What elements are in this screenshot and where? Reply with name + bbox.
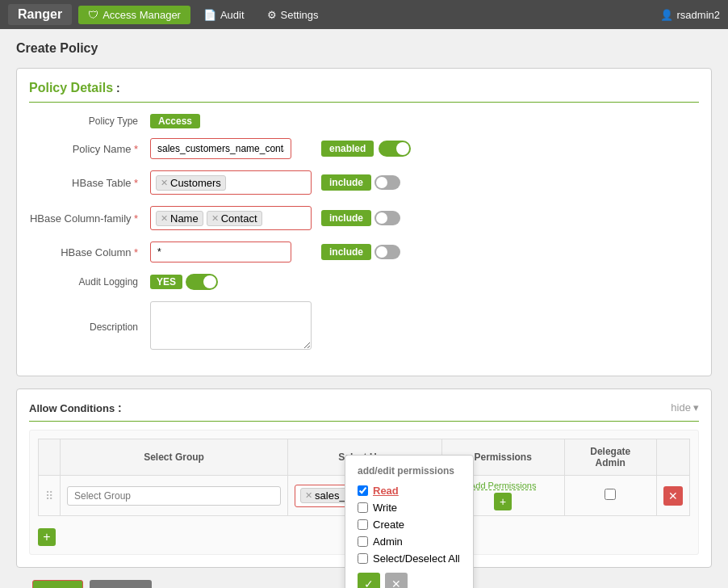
hbase-cf-control: ✕ Name ✕ Contact (150, 206, 312, 230)
description-control (150, 301, 312, 352)
policy-name-row: Policy Name * enabled (29, 138, 699, 159)
admin-checkbox[interactable] (358, 536, 368, 547)
group-select-cell (61, 476, 288, 516)
nav-audit[interactable]: 📄 Audit (194, 6, 254, 24)
permissions-popup: add/edit permissions Read Write Create A… (345, 455, 474, 588)
doc-icon: 📄 (203, 9, 216, 21)
popup-title: add/edit permissions (358, 465, 461, 477)
popup-write-row: Write (358, 502, 461, 514)
select-all-checkbox[interactable] (358, 553, 368, 564)
allow-conditions-section: Allow Conditions : hide ▾ Select Group S… (16, 388, 712, 568)
policy-type-label: Policy Type (29, 116, 150, 127)
include-toggle-cf[interactable] (374, 211, 400, 225)
include-badge-cf: include (321, 210, 400, 226)
sales-user1-remove[interactable]: ✕ (305, 490, 312, 501)
delegate-admin-cell (564, 476, 656, 516)
description-row: Description (29, 301, 699, 352)
create-label: Create (373, 519, 404, 531)
hbase-col-row: HBase Column * include (29, 242, 699, 262)
add-row-button[interactable]: + (38, 528, 56, 546)
nav-settings[interactable]: ⚙ Settings (257, 6, 328, 24)
audit-logging-control: YES (150, 274, 312, 290)
read-label: Read (373, 485, 399, 497)
policy-name-control (150, 138, 312, 159)
enabled-toggle[interactable] (379, 141, 411, 157)
gear-icon: ⚙ (267, 9, 277, 21)
cancel-button[interactable]: Cancel (90, 580, 151, 588)
include-label-table: include (321, 174, 371, 191)
yes-toggle-wrap: YES (150, 274, 312, 290)
nav-items: 🛡 Access Manager 📄 Audit ⚙ Settings (78, 6, 328, 24)
policy-type-badge: Access (150, 114, 200, 128)
description-textarea[interactable] (150, 301, 312, 350)
col-action (657, 439, 690, 476)
hbase-table-label: HBase Table * (29, 177, 150, 189)
brand-logo: Ranger (8, 4, 72, 25)
col-select-group: Select Group (61, 439, 288, 476)
add-permissions-button[interactable]: + (494, 493, 512, 510)
popup-select-all-row: Select/Deselect All (358, 552, 461, 565)
page-container: Create Policy Policy Details : Policy Ty… (0, 29, 728, 588)
hide-link[interactable]: hide ▾ (671, 401, 699, 414)
delegate-admin-checkbox[interactable] (605, 489, 616, 500)
policy-name-input[interactable] (150, 138, 291, 159)
policy-type-row: Policy Type Access (29, 115, 699, 127)
description-label: Description (29, 321, 150, 333)
hbase-table-tag-customers: ✕ Customers (156, 175, 226, 191)
page-title: Create Policy (16, 41, 712, 56)
read-checkbox[interactable] (358, 485, 368, 496)
hbase-cf-input[interactable]: ✕ Name ✕ Contact (150, 206, 312, 230)
popup-create-row: Create (358, 519, 461, 531)
hbase-table-input[interactable]: ✕ Customers (150, 170, 312, 195)
contact-tag-remove[interactable]: ✕ (211, 213, 219, 224)
include-label-col: include (321, 244, 371, 260)
hbase-cf-label: HBase Column-family * (29, 212, 150, 225)
nav-user: 👤 rsadmin2 (660, 9, 720, 21)
policy-details-section: Policy Details : Policy Type Access Poli… (16, 68, 712, 376)
top-nav: Ranger 🛡 Access Manager 📄 Audit ⚙ Settin… (0, 0, 728, 29)
hbase-col-control (150, 242, 312, 262)
col-delegate-admin: DelegateAdmin (564, 439, 656, 476)
policy-name-label: Policy Name * (29, 143, 150, 155)
audit-toggle[interactable] (186, 274, 218, 290)
include-toggle-table[interactable] (374, 175, 400, 190)
hbase-cf-tag-name: ✕ Name (156, 211, 203, 226)
policy-type-control: Access (150, 115, 312, 127)
add-button[interactable]: Add (32, 580, 83, 588)
include-badge-col: include (321, 244, 400, 260)
enabled-toggle-wrap: enabled (321, 141, 411, 157)
write-label: Write (373, 502, 397, 514)
include-toggle-col[interactable] (374, 245, 400, 259)
popup-cancel-button[interactable]: ✕ (385, 573, 408, 588)
admin-label: Admin (373, 536, 403, 548)
customers-tag-remove[interactable]: ✕ (161, 178, 168, 188)
include-badge-table: include (321, 174, 400, 191)
group-select-input[interactable] (67, 486, 281, 506)
enabled-label: enabled (321, 141, 374, 157)
drag-handle-cell: ⠿ (39, 476, 61, 516)
include-label-cf: include (321, 210, 371, 226)
name-tag-remove[interactable]: ✕ (161, 213, 168, 224)
policy-details-title: Policy Details : (29, 81, 699, 103)
hbase-table-row: HBase Table * ✕ Customers include (29, 170, 699, 195)
yes-label: YES (150, 275, 182, 289)
hbase-cf-row: HBase Column-family * ✕ Name ✕ Contact i… (29, 206, 699, 230)
popup-admin-row: Admin (358, 536, 461, 548)
create-checkbox[interactable] (358, 519, 368, 530)
allow-conditions-title: Allow Conditions : (29, 401, 699, 422)
delete-cell: ✕ (657, 476, 690, 516)
popup-actions: ✓ ✕ (358, 573, 461, 588)
hbase-col-label: HBase Column * (29, 246, 150, 258)
select-all-label: Select/Deselect All (373, 552, 460, 565)
write-checkbox[interactable] (358, 502, 368, 513)
hbase-cf-tag-contact: ✕ Contact (207, 211, 262, 226)
drag-handle-icon[interactable]: ⠿ (45, 489, 53, 502)
user-icon: 👤 (660, 9, 673, 21)
hbase-col-input[interactable] (150, 242, 291, 262)
popup-ok-button[interactable]: ✓ (358, 573, 380, 588)
popup-read-row: Read (358, 485, 461, 497)
delete-row-button[interactable]: ✕ (663, 486, 683, 506)
audit-logging-label: Audit Logging (29, 276, 150, 288)
nav-access-manager[interactable]: 🛡 Access Manager (78, 6, 190, 24)
audit-logging-row: Audit Logging YES (29, 274, 699, 290)
